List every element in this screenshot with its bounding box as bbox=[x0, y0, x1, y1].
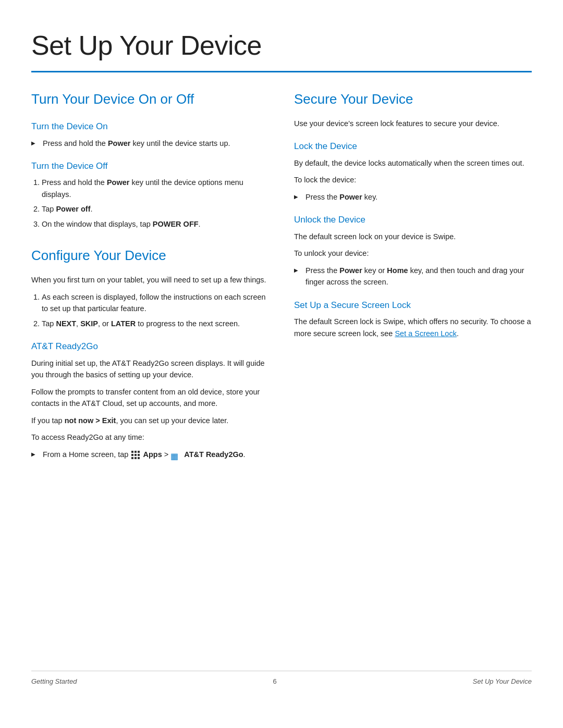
ready2go-bullets: From a Home screen, tap Apps > AT&T Read… bbox=[31, 449, 269, 460]
list-item: On the window that displays, tap POWER O… bbox=[42, 218, 269, 230]
left-column: Turn Your Device On or Off Turn the Devi… bbox=[31, 89, 269, 671]
list-item: From a Home screen, tap Apps > AT&T Read… bbox=[31, 449, 269, 460]
ready2go-para2: Follow the prompts to transfer content f… bbox=[31, 386, 269, 410]
sub-heading-att-ready2go: AT&T Ready2Go bbox=[31, 340, 269, 353]
footer: Getting Started 6 Set Up Your Device bbox=[31, 671, 532, 687]
unlock-bullets: Press the Power key or Home key, and the… bbox=[294, 265, 532, 288]
lock-bullets: Press the Power key. bbox=[294, 191, 532, 203]
secure-intro: Use your device’s screen lock features t… bbox=[294, 118, 532, 129]
sub-heading-turn-on: Turn the Device On bbox=[31, 120, 269, 133]
page: Set Up Your Device Turn Your Device On o… bbox=[0, 0, 563, 728]
ready2go-para4: To access Ready2Go at any time: bbox=[31, 431, 269, 443]
turn-on-bullets: Press and hold the Power key until the d… bbox=[31, 138, 269, 149]
unlock-para1: The default screen lock on your device i… bbox=[294, 231, 532, 242]
sub-heading-unlock: Unlock the Device bbox=[294, 213, 532, 227]
set-screen-lock-link[interactable]: Set a Screen Lock bbox=[395, 329, 457, 338]
sub-heading-screen-lock: Set Up a Secure Screen Lock bbox=[294, 299, 532, 312]
right-column: Secure Your Device Use your device’s scr… bbox=[294, 89, 532, 671]
footer-right: Set Up Your Device bbox=[473, 676, 532, 687]
lock-para2: To lock the device: bbox=[294, 174, 532, 186]
section-configure-heading: Configure Your Device bbox=[31, 245, 269, 266]
sub-heading-lock: Lock the Device bbox=[294, 140, 532, 153]
att-ready2go-icon bbox=[170, 450, 180, 460]
list-item: Press and hold the Power key until the d… bbox=[42, 177, 269, 200]
section-secure-heading: Secure Your Device bbox=[294, 89, 532, 109]
configure-intro: When you first turn on your tablet, you … bbox=[31, 274, 269, 286]
section-turn-on-off-heading: Turn Your Device On or Off bbox=[31, 89, 269, 109]
lock-para1: By default, the device locks automatical… bbox=[294, 157, 532, 169]
list-item: Press the Power key or Home key, and the… bbox=[294, 265, 532, 288]
list-item: Press the Power key. bbox=[294, 191, 532, 203]
list-item: As each screen is displayed, follow the … bbox=[42, 291, 269, 315]
content-area: Turn Your Device On or Off Turn the Devi… bbox=[31, 89, 532, 671]
title-divider bbox=[31, 71, 532, 72]
ready2go-para3: If you tap not now > Exit, you can set u… bbox=[31, 415, 269, 426]
footer-page-number: 6 bbox=[273, 676, 277, 687]
page-title: Set Up Your Device bbox=[31, 25, 532, 66]
apps-icon bbox=[131, 451, 140, 459]
ready2go-para1: During initial set up, the AT&T Ready2Go… bbox=[31, 357, 269, 381]
configure-steps: As each screen is displayed, follow the … bbox=[31, 291, 269, 329]
sub-heading-turn-off: Turn the Device Off bbox=[31, 159, 269, 173]
screen-lock-para: The default Screen lock is Swipe, which … bbox=[294, 316, 532, 339]
list-item: Press and hold the Power key until the d… bbox=[31, 138, 269, 149]
turn-off-steps: Press and hold the Power key until the d… bbox=[31, 177, 269, 230]
unlock-para2: To unlock your device: bbox=[294, 248, 532, 259]
configure-section: Configure Your Device When you first tur… bbox=[31, 245, 269, 460]
footer-left: Getting Started bbox=[31, 676, 77, 687]
list-item: Tap NEXT, SKIP, or LATER to progress to … bbox=[42, 318, 269, 329]
list-item: Tap Power off. bbox=[42, 203, 269, 215]
